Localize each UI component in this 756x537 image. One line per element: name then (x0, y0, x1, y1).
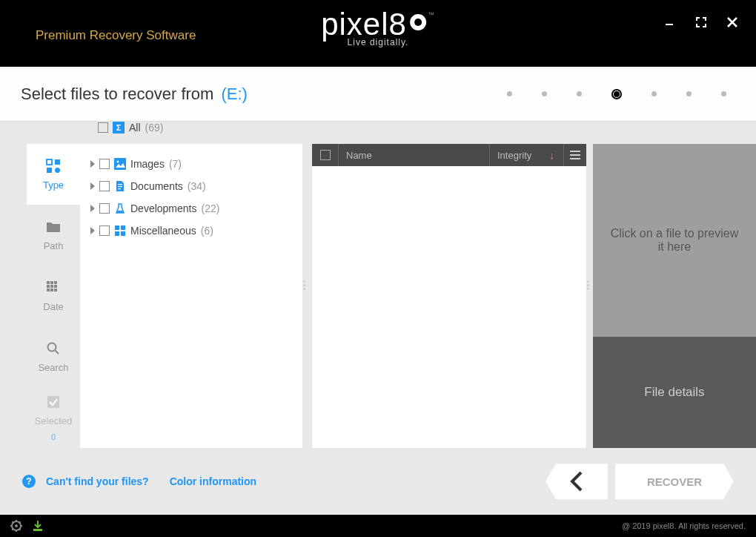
file-list-header: Name Integrity↓ (312, 144, 586, 166)
drive-label: (E:) (221, 85, 247, 104)
checkbox[interactable] (99, 203, 110, 214)
tab-path[interactable]: Path (27, 205, 80, 266)
checkbox[interactable] (99, 181, 110, 191)
svg-rect-28 (570, 151, 580, 152)
tab-search-label: Search (38, 362, 68, 373)
svg-rect-19 (114, 158, 126, 170)
expand-icon[interactable] (90, 205, 95, 212)
step-dot-6[interactable] (686, 91, 692, 96)
main-content: Type Path Date Search Selected 0 (0, 122, 756, 448)
tab-search[interactable]: Search (27, 326, 80, 387)
svg-rect-6 (50, 281, 53, 284)
expand-icon[interactable] (90, 182, 95, 190)
tree-item-count: (34) (188, 180, 206, 192)
tree-item-miscellaneous[interactable]: Miscellaneous (6) (90, 220, 292, 242)
folder-icon (46, 220, 61, 234)
search-icon (46, 341, 61, 356)
column-integrity[interactable]: Integrity↓ (490, 144, 564, 166)
tree-item-label: Documents (130, 180, 183, 192)
tree-item-label: Images (130, 158, 165, 170)
logo-text: pixel8™ (321, 9, 435, 40)
expand-icon[interactable] (90, 160, 95, 168)
select-all-checkbox[interactable] (312, 144, 339, 166)
svg-point-14 (48, 343, 56, 351)
title-bar: Premium Recovery Software pixel8™ Live d… (0, 0, 756, 67)
calendar-icon (46, 280, 61, 295)
tree-all-row[interactable]: Σ All (69) (98, 122, 163, 134)
step-dot-4[interactable] (611, 89, 622, 99)
column-menu-button[interactable] (564, 151, 586, 159)
minimize-button[interactable] (664, 16, 676, 28)
tree-item-label: Miscellaneous (130, 225, 196, 237)
step-dot-5[interactable] (651, 91, 657, 96)
svg-text:Σ: Σ (116, 123, 122, 132)
expand-icon[interactable] (90, 227, 95, 234)
tab-selected-label: Selected (35, 415, 73, 426)
document-icon (114, 180, 126, 192)
tab-date-label: Date (43, 301, 63, 312)
gear-icon[interactable] (10, 520, 22, 532)
tree-all-count: (69) (145, 122, 164, 134)
svg-rect-7 (54, 281, 57, 284)
page-title: Select files to recover from (21, 85, 213, 104)
category-tree: Images (7) Documents (34) Developments (… (80, 144, 302, 251)
step-header: Select files to recover from (E:) (0, 67, 756, 122)
checked-icon (46, 395, 61, 409)
splitter-left[interactable] (302, 122, 306, 448)
svg-rect-26 (115, 231, 119, 236)
tree-item-count: (22) (202, 202, 220, 214)
checkbox[interactable] (99, 159, 110, 169)
filter-tabs: Type Path Date Search Selected 0 (0, 122, 80, 448)
logo: pixel8™ Live digitally. (321, 9, 435, 47)
tab-type-label: Type (43, 179, 64, 191)
maximize-button[interactable] (695, 16, 707, 28)
svg-rect-23 (118, 188, 121, 189)
svg-point-32 (15, 524, 18, 527)
svg-rect-16 (47, 396, 59, 408)
svg-rect-9 (50, 285, 53, 288)
step-dot-3[interactable] (577, 91, 582, 96)
svg-rect-13 (54, 289, 57, 291)
tree-item-documents[interactable]: Documents (34) (90, 175, 292, 197)
color-info-link[interactable]: Color information (170, 475, 256, 487)
header-subtitle: Premium Recovery Software (36, 28, 196, 43)
step-dot-1[interactable] (507, 91, 512, 96)
svg-rect-1 (47, 159, 52, 165)
tree-item-developments[interactable]: Developments (22) (90, 197, 292, 220)
svg-point-20 (117, 161, 119, 163)
step-dot-2[interactable] (542, 91, 547, 96)
close-button[interactable] (726, 16, 738, 28)
svg-rect-30 (570, 158, 580, 159)
back-button[interactable] (546, 464, 608, 499)
checkbox[interactable] (99, 225, 110, 236)
help-icon[interactable]: ? (22, 475, 36, 488)
svg-rect-22 (118, 186, 122, 187)
tree-all-label: All (129, 122, 141, 134)
svg-rect-0 (666, 24, 673, 25)
checkbox[interactable] (98, 122, 108, 133)
splitter-right[interactable] (586, 122, 590, 448)
svg-rect-29 (570, 154, 580, 156)
image-icon (114, 158, 126, 170)
tree-item-images[interactable]: Images (7) (90, 153, 292, 175)
svg-rect-25 (121, 225, 125, 230)
selected-count: 0 (51, 432, 56, 441)
flask-icon (114, 202, 126, 214)
column-name[interactable]: Name (339, 144, 490, 166)
download-icon[interactable] (33, 520, 43, 532)
recover-button[interactable]: RECOVER (615, 464, 734, 499)
svg-line-15 (56, 350, 59, 354)
tab-date[interactable]: Date (27, 266, 80, 326)
tree-item-label: Developments (130, 202, 197, 214)
sigma-icon: Σ (113, 122, 125, 134)
svg-rect-11 (47, 289, 50, 291)
tab-type[interactable]: Type (27, 144, 80, 205)
tab-selected[interactable]: Selected 0 (27, 387, 80, 448)
bottom-bar: ? Can't find your files? Color informati… (0, 448, 756, 515)
grid-icon (114, 225, 126, 237)
step-dot-7[interactable] (721, 91, 726, 96)
cant-find-link[interactable]: Can't find your files? (46, 475, 149, 487)
tree-item-count: (7) (169, 158, 182, 170)
logo-mark-icon (410, 14, 426, 30)
sort-arrow-icon: ↓ (549, 150, 554, 161)
